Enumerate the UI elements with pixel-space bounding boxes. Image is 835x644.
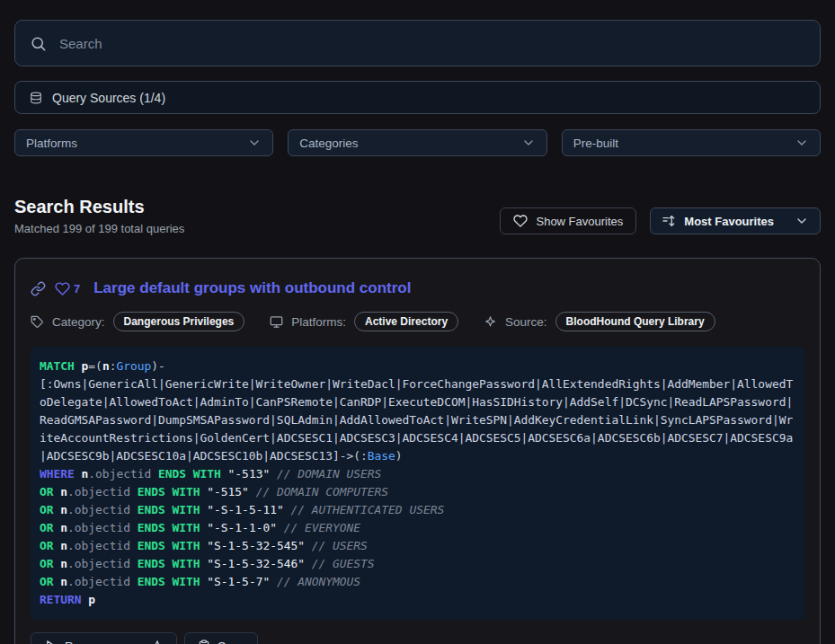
category-meta: Category: Dangerous Privileges — [31, 312, 244, 331]
play-icon — [44, 640, 58, 644]
query-sources-bar[interactable]: Query Sources (1/4) — [14, 81, 821, 114]
source-label: Source: — [505, 315, 547, 329]
favourite-count: 7 — [74, 282, 80, 296]
link-icon[interactable] — [31, 281, 46, 296]
database-icon — [30, 92, 42, 104]
run-query-button[interactable]: Run — [31, 632, 177, 644]
sparkle-icon — [484, 315, 497, 329]
show-favourites-label: Show Favourites — [536, 215, 623, 228]
results-header-text: Search Results Matched 199 of 199 total … — [14, 196, 184, 235]
query-sources-label: Query Sources (1/4) — [52, 91, 165, 105]
show-favourites-button[interactable]: Show Favourites — [500, 207, 636, 234]
results-header: Search Results Matched 199 of 199 total … — [14, 196, 821, 235]
monitor-icon — [270, 315, 283, 329]
sort-icon — [662, 214, 676, 228]
chevron-down-icon — [521, 136, 536, 150]
search-bar[interactable] — [14, 20, 821, 66]
platforms-dropdown[interactable]: Platforms — [14, 129, 273, 156]
query-result-card: 7 Large default groups with outbound con… — [14, 258, 821, 644]
search-input[interactable] — [58, 35, 805, 52]
results-summary: Matched 199 of 199 total queries — [14, 222, 184, 235]
results-controls: Show Favourites Most Favourites — [500, 207, 821, 234]
code-block[interactable]: MATCH p=(n:Group)-[:Owns|GenericAll|Gene… — [31, 347, 804, 620]
categories-dropdown[interactable]: Categories — [288, 129, 546, 156]
card-meta-row: Category: Dangerous Privileges Platforms… — [31, 312, 804, 331]
card-title-row: 7 Large default groups with outbound con… — [31, 279, 804, 297]
sparkle-icon — [151, 640, 164, 644]
search-icon — [30, 35, 47, 52]
run-query-label: Run — [65, 640, 86, 644]
platforms-dropdown-label: Platforms — [26, 137, 77, 150]
query-title-link[interactable]: Large default groups with outbound contr… — [93, 279, 411, 297]
copy-query-label: Copy — [218, 640, 244, 644]
chevron-down-icon — [795, 136, 809, 150]
heart-icon — [513, 214, 528, 228]
platforms-badge[interactable]: Active Directory — [354, 312, 458, 331]
query-library-page: Query Sources (1/4) Platforms Categories… — [0, 0, 835, 644]
source-badge[interactable]: BloodHound Query Library — [555, 312, 715, 331]
prebuilt-dropdown[interactable]: Pre-built — [562, 129, 821, 156]
tag-icon — [31, 315, 44, 329]
platforms-meta: Platforms: Active Directory — [270, 312, 458, 331]
page-title: Search Results — [14, 196, 184, 217]
chevron-down-icon — [795, 214, 809, 228]
prebuilt-dropdown-label: Pre-built — [573, 137, 618, 150]
heart-icon — [55, 281, 70, 296]
filters-row: Platforms Categories Pre-built — [14, 129, 821, 156]
category-badge[interactable]: Dangerous Privileges — [113, 312, 245, 331]
platforms-label: Platforms: — [291, 315, 346, 329]
favourite-toggle[interactable]: 7 — [55, 281, 80, 296]
chevron-down-icon — [247, 136, 262, 150]
clipboard-icon — [198, 640, 210, 644]
source-meta: Source: BloodHound Query Library — [484, 312, 715, 331]
categories-dropdown-label: Categories — [299, 137, 358, 150]
category-label: Category: — [52, 315, 105, 329]
sort-dropdown-value: Most Favourites — [684, 215, 774, 228]
sort-dropdown[interactable]: Most Favourites — [650, 207, 821, 234]
card-actions: Run Copy — [31, 632, 804, 644]
copy-query-button[interactable]: Copy — [184, 632, 258, 644]
